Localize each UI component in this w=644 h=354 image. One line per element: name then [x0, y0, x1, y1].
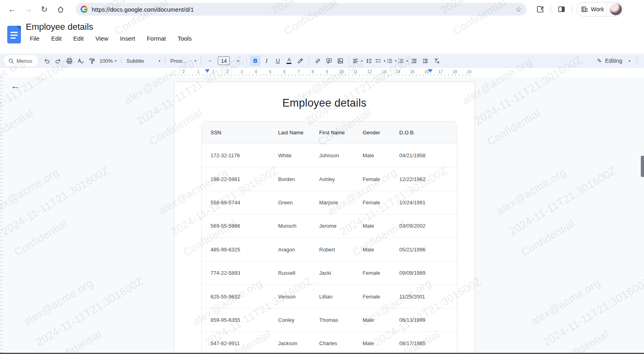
document-page[interactable]: Employee details SSN Last Name First Nam… — [174, 82, 475, 353]
table-cell[interactable]: 569-55-5966 — [202, 223, 278, 229]
table-cell[interactable]: 625-55-9632 — [202, 294, 278, 300]
insert-link-button[interactable] — [312, 56, 323, 66]
spellcheck-button[interactable] — [75, 56, 86, 66]
back-arrow-icon[interactable]: ← — [10, 80, 20, 91]
increase-indent-button[interactable] — [420, 56, 430, 66]
zoom-select[interactable]: 100%▾ — [98, 56, 118, 66]
table-cell[interactable]: Male — [363, 223, 399, 229]
align-button[interactable]: ▾ — [352, 56, 363, 66]
table-cell[interactable]: Marjorie — [319, 200, 363, 206]
table-cell[interactable]: 12/22/1962 — [399, 176, 457, 182]
table-row[interactable]: 859-95-6355ConleyThomasMale06/13/1999 — [202, 309, 457, 332]
table-cell[interactable]: Male — [363, 317, 399, 323]
table-cell[interactable]: Jacki — [319, 270, 363, 276]
table-cell[interactable]: Johnson — [319, 152, 363, 158]
menu-view[interactable]: View — [95, 35, 108, 42]
bulleted-list-button[interactable]: ▾ — [386, 56, 396, 66]
table-row[interactable]: 774-22-5893RussellJackiFemale09/09/1989 — [202, 261, 457, 285]
table-cell[interactable]: Borden — [278, 176, 319, 182]
menu-edit[interactable]: Edit — [51, 35, 62, 42]
table-row[interactable]: 547-82-9911JacksonCharlesMale08/17/1985 — [202, 332, 457, 353]
table-row[interactable]: 172-32-1176WhiteJohnsonMale04/21/1958 — [202, 144, 457, 167]
table-cell[interactable]: Male — [363, 340, 399, 346]
reload-icon[interactable]: ↻ — [38, 3, 51, 16]
table-cell[interactable]: Ashley — [319, 176, 363, 182]
page-title[interactable]: Employee details — [174, 97, 475, 109]
table-cell[interactable]: Female — [363, 294, 399, 300]
table-cell[interactable]: 558-69-5744 — [202, 200, 278, 206]
table-row[interactable]: 569-55-5966MunschJeromeMale03/09/2002 — [202, 214, 457, 238]
table-cell[interactable]: 172-32-1176 — [202, 152, 278, 158]
table-cell[interactable]: Thomas — [319, 317, 363, 323]
right-indent-marker[interactable] — [428, 69, 433, 75]
highlight-color-button[interactable] — [295, 56, 305, 66]
table-cell[interactable]: 09/09/1989 — [399, 270, 457, 276]
clear-formatting-button[interactable] — [431, 56, 442, 66]
table-cell[interactable]: 06/13/1999 — [399, 317, 457, 323]
side-panel-icon[interactable] — [555, 3, 568, 16]
decrease-font-size-button[interactable]: − — [204, 56, 215, 66]
table-cell[interactable]: Green — [278, 200, 319, 206]
paragraph-style-select[interactable]: Subtitle▾ — [125, 56, 162, 66]
text-color-button[interactable]: A — [284, 56, 294, 66]
document-title[interactable]: Employee details — [25, 22, 192, 32]
font-select[interactable]: Proxi...▾ — [169, 56, 198, 66]
table-cell[interactable]: Robert — [319, 247, 363, 253]
table-cell[interactable]: Jackson — [278, 340, 319, 346]
paint-format-button[interactable] — [87, 56, 97, 66]
address-bar[interactable]: https://docs.google.com/document/d/1 ☆ — [76, 3, 526, 16]
docs-app-icon[interactable] — [7, 26, 21, 43]
add-comment-button[interactable] — [324, 56, 334, 66]
table-cell[interactable]: 859-95-6355 — [202, 317, 278, 323]
table-cell[interactable]: 10/24/1991 — [399, 200, 457, 206]
table-cell[interactable]: White — [278, 152, 319, 158]
decrease-indent-button[interactable] — [409, 56, 419, 66]
profile-chip[interactable]: Work — [576, 2, 623, 16]
numbered-list-button[interactable]: ▾ — [397, 56, 408, 66]
redo-button[interactable] — [53, 56, 63, 66]
table-cell[interactable]: Jerome — [319, 223, 363, 229]
home-icon[interactable] — [54, 3, 67, 16]
table-cell[interactable]: 198-22-5981 — [202, 176, 278, 182]
table-cell[interactable]: Female — [363, 176, 399, 182]
table-row[interactable]: 625-55-9632VensonLillianFemale11/25/2001 — [202, 285, 457, 308]
table-cell[interactable]: Charles — [319, 340, 363, 346]
table-cell[interactable]: 05/21/1996 — [399, 247, 457, 253]
table-cell[interactable]: Conley — [278, 317, 319, 323]
avatar[interactable] — [610, 3, 622, 15]
table-cell[interactable]: 11/25/2001 — [399, 294, 457, 300]
menu-tools[interactable]: Tools — [178, 35, 192, 42]
back-icon[interactable]: ← — [6, 3, 19, 16]
left-indent-marker[interactable] — [205, 69, 210, 75]
increase-font-size-button[interactable]: + — [233, 56, 243, 66]
font-size-input[interactable]: 14 — [218, 56, 230, 65]
table-cell[interactable]: 04/21/1958 — [399, 152, 457, 158]
menus-search-button[interactable]: Menus — [4, 55, 38, 66]
extensions-icon[interactable] — [534, 3, 547, 16]
bold-button[interactable]: B — [250, 56, 260, 66]
menu-file[interactable]: File — [30, 35, 39, 42]
line-spacing-button[interactable] — [363, 56, 374, 66]
table-row[interactable]: 485-99-6325AragonRobertMale05/21/1996 — [202, 238, 457, 261]
table-cell[interactable]: Male — [363, 152, 399, 158]
menu-edit-2[interactable]: Edit — [73, 35, 84, 42]
table-cell[interactable]: Russell — [278, 270, 319, 276]
table-cell[interactable]: 08/17/1985 — [399, 340, 457, 346]
table-row[interactable]: 558-69-5744GreenMarjorieFemale10/24/1991 — [202, 191, 457, 214]
table-cell[interactable]: Munsch — [278, 223, 319, 229]
table-cell[interactable]: 547-82-9911 — [202, 340, 278, 346]
table-cell[interactable]: Lillian — [319, 294, 363, 300]
table-cell[interactable]: Female — [363, 200, 399, 206]
table-cell[interactable]: Female — [363, 270, 399, 276]
print-button[interactable] — [64, 56, 74, 66]
insert-image-button[interactable] — [335, 56, 345, 66]
checklist-button[interactable]: ▾ — [375, 56, 385, 66]
menu-format[interactable]: Format — [147, 35, 166, 42]
editing-mode-select[interactable]: ✎ Editing ▾ — [597, 56, 630, 66]
menu-insert[interactable]: Insert — [120, 35, 135, 42]
table-row[interactable]: 198-22-5981BordenAshleyFemale12/22/1962 — [202, 167, 457, 191]
undo-button[interactable] — [41, 56, 52, 66]
table-cell[interactable]: 774-22-5893 — [202, 270, 278, 276]
table-cell[interactable]: Male — [363, 247, 399, 253]
table-cell[interactable]: 03/09/2002 — [399, 223, 457, 229]
